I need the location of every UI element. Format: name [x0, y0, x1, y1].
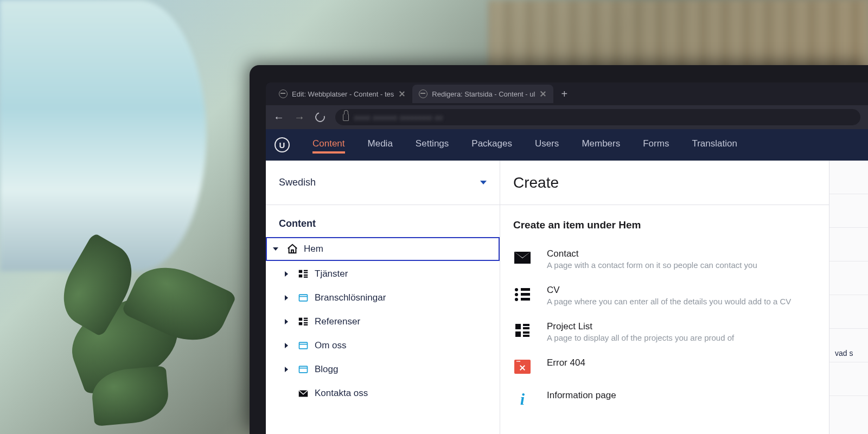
- browser-tab-strip: Edit: Webbplatser - Content - tes Redige…: [266, 82, 868, 105]
- new-tab-button[interactable]: +: [553, 88, 575, 100]
- svg-rect-10: [304, 320, 308, 321]
- create-option-title: Project List: [547, 321, 855, 332]
- nav-content[interactable]: Content: [312, 136, 345, 154]
- create-options-list: Contact A page with a contact form on it…: [500, 241, 868, 415]
- svg-rect-2: [304, 272, 308, 273]
- app-logo[interactable]: U: [275, 137, 290, 152]
- svg-rect-5: [304, 277, 308, 278]
- create-option-contact[interactable]: Contact A page with a contact form on it…: [513, 241, 855, 277]
- tree-label: Blogg: [315, 364, 338, 375]
- nav-translation[interactable]: Translation: [692, 138, 737, 151]
- app-nav: U Content Media Settings Packages Users …: [266, 129, 868, 161]
- close-icon[interactable]: [539, 90, 547, 98]
- svg-rect-11: [299, 322, 302, 326]
- globe-icon: [279, 90, 288, 98]
- create-option-desc: A page where you can enter all of the de…: [547, 297, 855, 306]
- create-option-cv[interactable]: CV A page where you can enter all of the…: [513, 277, 855, 314]
- page-icon: [297, 340, 309, 352]
- main-panel: Create Create an item under Hem Contact …: [500, 161, 868, 434]
- tree-node-kontakta-oss[interactable]: Kontakta oss: [266, 381, 500, 405]
- svg-rect-6: [299, 295, 308, 301]
- tree-label: Kontakta oss: [315, 388, 368, 399]
- left-panel: Swedish Content Hem: [266, 161, 500, 434]
- tree-toggle[interactable]: [281, 271, 292, 277]
- tree-toggle[interactable]: [281, 319, 292, 324]
- tree-toggle[interactable]: [270, 247, 281, 251]
- tree-node-branschlosningar[interactable]: Branschlösningar: [266, 286, 500, 310]
- grid-icon: [297, 268, 309, 280]
- svg-rect-0: [299, 270, 302, 273]
- tree-label: Hem: [304, 244, 323, 254]
- bullet-list-icon: [513, 286, 532, 302]
- globe-icon: [419, 90, 427, 98]
- svg-rect-1: [304, 270, 308, 271]
- create-option-title: Error 404: [547, 358, 855, 368]
- tree-node-tjanster[interactable]: Tjänster: [266, 262, 500, 286]
- nav-media[interactable]: Media: [368, 138, 393, 151]
- svg-rect-9: [304, 318, 308, 319]
- create-option-project-list[interactable]: Project List A page to display all of th…: [513, 314, 855, 350]
- language-selector[interactable]: Swedish: [266, 161, 500, 205]
- tree-toggle[interactable]: [281, 295, 292, 301]
- laptop-bezel: Edit: Webbplatser - Content - tes Redige…: [250, 65, 868, 434]
- envelope-icon: [513, 250, 532, 266]
- svg-rect-13: [304, 324, 308, 326]
- sliver-text: vad s: [829, 329, 868, 362]
- svg-rect-4: [304, 275, 308, 276]
- svg-rect-14: [299, 342, 308, 349]
- tree-label: Referenser: [315, 316, 360, 327]
- tree-toggle[interactable]: [281, 367, 292, 372]
- nav-forms[interactable]: Forms: [643, 138, 669, 151]
- create-option-desc: A page to display all of the projects yo…: [547, 333, 855, 342]
- create-option-desc: A page with a contact form on it so peop…: [547, 260, 855, 270]
- tree-toggle[interactable]: [281, 343, 292, 348]
- browser-tab[interactable]: Edit: Webbplatser - Content - tes: [272, 85, 412, 103]
- forward-button[interactable]: →: [294, 112, 305, 123]
- browser-tab[interactable]: Redigera: Startsida - Content - ul: [412, 85, 553, 103]
- error-icon: [513, 359, 532, 375]
- home-icon: [286, 243, 298, 255]
- tree-label: Om oss: [315, 340, 347, 351]
- tree-label: Branschlösningar: [315, 292, 386, 303]
- nav-packages[interactable]: Packages: [471, 138, 512, 151]
- sub-heading: Create an item under Hem: [500, 205, 868, 241]
- svg-rect-12: [304, 322, 308, 323]
- screen: Edit: Webbplatser - Content - tes Redige…: [266, 82, 868, 434]
- nav-members[interactable]: Members: [582, 138, 620, 151]
- content-tree: Hem Tjänster Branschlö: [266, 237, 500, 410]
- address-bar[interactable]: xxxx xxxxxx xxxxxxxx xx: [335, 109, 860, 125]
- back-button[interactable]: ←: [273, 112, 284, 123]
- nav-settings[interactable]: Settings: [416, 138, 449, 151]
- url-obscured: xxxx xxxxxx xxxxxxxx xx: [354, 113, 443, 122]
- create-option-title: CV: [547, 285, 855, 296]
- create-option-title: Contact: [547, 248, 855, 259]
- chevron-down-icon: [480, 181, 487, 184]
- info-icon: i: [513, 391, 532, 407]
- browser-tab-title: Edit: Webbplatser - Content - tes: [292, 90, 394, 98]
- browser-tab-title: Redigera: Startsida - Content - ul: [432, 90, 535, 98]
- close-icon[interactable]: [398, 90, 406, 98]
- tree-node-hem[interactable]: Hem: [266, 237, 500, 261]
- svg-rect-3: [299, 275, 302, 278]
- browser-toolbar: ← → xxxx xxxxxx xxxxxxxx xx: [266, 105, 868, 129]
- create-option-error-404[interactable]: Error 404: [513, 350, 855, 382]
- panel-heading: Content: [266, 205, 500, 237]
- main-title: Create: [500, 161, 868, 205]
- envelope-icon: [297, 387, 309, 399]
- grid-icon: [297, 316, 309, 328]
- page-icon: [297, 292, 309, 304]
- reload-button[interactable]: [315, 112, 326, 123]
- tree-node-blogg[interactable]: Blogg: [266, 358, 500, 381]
- nav-users[interactable]: Users: [535, 138, 559, 151]
- create-option-information-page[interactable]: i Information page: [513, 382, 855, 415]
- create-option-title: Information page: [547, 390, 855, 401]
- right-sliver-panel: vad s: [829, 161, 868, 434]
- tree-node-referenser[interactable]: Referenser: [266, 310, 500, 334]
- grid-icon: [513, 322, 532, 339]
- svg-rect-16: [299, 366, 308, 373]
- svg-rect-8: [299, 318, 302, 321]
- tree-label: Tjänster: [315, 269, 348, 279]
- tree-node-om-oss[interactable]: Om oss: [266, 334, 500, 358]
- app-body: Swedish Content Hem: [266, 161, 868, 434]
- lock-icon: [343, 114, 349, 121]
